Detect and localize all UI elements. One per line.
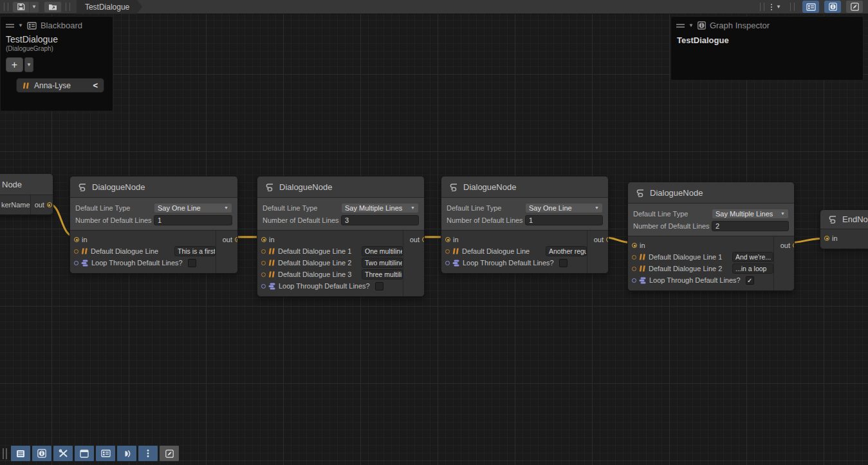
loop-checkbox[interactable] xyxy=(559,259,568,267)
dialogue-line-field[interactable]: Another regu xyxy=(546,246,587,256)
breadcrumb-tab[interactable]: TestDialogue xyxy=(77,0,142,14)
toggle-graph-inspector-button[interactable] xyxy=(824,1,841,13)
num-lines-field[interactable]: 1 xyxy=(154,215,232,225)
kebab-icon xyxy=(147,449,149,458)
chevron-left-icon[interactable]: < xyxy=(93,81,98,90)
node-title-bar[interactable]: DialogueNode xyxy=(441,176,608,198)
save-dropdown-button[interactable]: ▼ xyxy=(30,1,39,13)
drag-handle-icon[interactable] xyxy=(676,24,685,28)
open-asset-button[interactable] xyxy=(44,1,62,13)
dialogue-line-port[interactable] xyxy=(445,249,450,254)
dialogue-line-port[interactable] xyxy=(261,272,266,277)
toggle-blackboard-button[interactable] xyxy=(95,445,116,462)
toggle-inspector-button[interactable] xyxy=(32,445,52,462)
loop-port[interactable] xyxy=(632,278,636,283)
node-title-bar[interactable]: DialogueNode xyxy=(70,176,237,198)
input-port[interactable] xyxy=(445,237,450,242)
port-label: Default Dialogue Line xyxy=(91,247,167,255)
port-label: out xyxy=(223,236,232,243)
node-title-bar[interactable]: EndNode xyxy=(820,210,868,229)
chevron-down-icon: ▼ xyxy=(32,4,37,10)
overflow-menu-button[interactable] xyxy=(768,4,775,10)
flow-node-icon xyxy=(77,182,88,192)
blackboard-panel[interactable]: ▼ Blackboard TestDialogue (DialogueGraph… xyxy=(0,16,113,111)
loop-checkbox[interactable] xyxy=(375,282,383,290)
input-port[interactable] xyxy=(824,236,829,241)
dialogue-line-field[interactable]: Two multiline xyxy=(362,258,403,268)
loop-port[interactable] xyxy=(261,284,266,289)
start-node-partial[interactable]: Node kerName out xyxy=(0,173,53,215)
field-value: Three multilin xyxy=(365,270,403,278)
dialogue-line-field[interactable]: Three multilin xyxy=(362,269,403,280)
dialogue-node-4[interactable]: DialogueNode Default Line Type Say Multi… xyxy=(627,182,795,291)
num-lines-field[interactable]: 2 xyxy=(712,221,789,231)
input-port[interactable] xyxy=(74,237,79,242)
toggle-console-button[interactable] xyxy=(10,445,31,462)
toolbar-drag-handle[interactable] xyxy=(760,3,764,11)
output-port[interactable] xyxy=(606,237,609,242)
dialogue-line-port[interactable] xyxy=(261,249,266,254)
line-type-dropdown[interactable]: Say One Line ▼ xyxy=(525,203,603,213)
dropdown-value: Say Multiple Lines xyxy=(345,204,402,212)
overflow-menu-button[interactable] xyxy=(138,445,158,462)
num-lines-field[interactable]: 3 xyxy=(341,215,419,225)
save-button[interactable] xyxy=(12,1,30,13)
collapse-triangle-icon[interactable]: ▼ xyxy=(688,23,694,28)
dialogue-line-field[interactable]: This is a first xyxy=(174,246,216,256)
line-type-label: Default Line Type xyxy=(75,204,154,212)
input-port[interactable] xyxy=(261,237,266,242)
drag-handle-icon[interactable] xyxy=(6,24,14,28)
dialogue-line-port[interactable] xyxy=(632,255,636,260)
collapse-triangle-icon[interactable]: ▼ xyxy=(18,23,23,28)
dialogue-node-3[interactable]: DialogueNode Default Line Type Say One L… xyxy=(441,176,609,274)
loop-port[interactable] xyxy=(445,261,450,265)
dialogue-line-field[interactable]: And we're... xyxy=(732,252,773,262)
output-port[interactable] xyxy=(235,237,238,242)
toggle-preview-button[interactable] xyxy=(846,1,863,13)
output-port[interactable] xyxy=(422,237,425,242)
node-title-bar[interactable]: DialogueNode xyxy=(257,176,424,198)
toolbar-drag-handle[interactable] xyxy=(66,3,70,11)
dialogue-node-1[interactable]: DialogueNode Default Line Type Say One L… xyxy=(69,176,238,274)
line-type-dropdown[interactable]: Say One Line ▼ xyxy=(154,203,232,213)
line-type-dropdown[interactable]: Say Multiple Lines ▼ xyxy=(712,209,789,219)
dialogue-line-field[interactable]: One multiline xyxy=(362,246,403,256)
line-type-dropdown[interactable]: Say Multiple Lines ▼ xyxy=(341,203,419,213)
dialogue-line-port[interactable] xyxy=(632,267,636,271)
toggle-blackboard-button[interactable] xyxy=(802,1,819,13)
loop-checkbox[interactable] xyxy=(188,259,196,267)
line-type-label: Default Line Type xyxy=(447,204,525,212)
add-property-button[interactable]: + xyxy=(6,57,23,72)
loop-checkbox[interactable]: ✓ xyxy=(746,276,754,285)
input-port[interactable] xyxy=(632,243,637,248)
dialogue-line-port[interactable] xyxy=(261,261,266,265)
dialogue-node-2[interactable]: DialogueNode Default Line Type Say Multi… xyxy=(257,176,425,297)
toggle-quill-button[interactable] xyxy=(159,445,180,462)
num-lines-field[interactable]: 1 xyxy=(525,215,603,225)
toolbar-drag-handle[interactable] xyxy=(4,3,8,11)
toggle-window-button[interactable] xyxy=(74,445,95,462)
node-title-bar[interactable]: Node xyxy=(0,174,53,195)
toggle-tools-button[interactable] xyxy=(53,445,73,462)
quote-icon xyxy=(268,260,275,266)
line-type-label: Default Line Type xyxy=(263,204,341,212)
loop-port[interactable] xyxy=(74,261,78,265)
end-node[interactable]: EndNode in xyxy=(820,209,868,249)
toolbar-drag-handle[interactable] xyxy=(790,3,795,11)
toolbar-drag-handle[interactable] xyxy=(3,448,7,459)
blackboard-header[interactable]: ▼ Blackboard xyxy=(1,17,113,33)
node-title-bar[interactable]: DialogueNode xyxy=(628,182,794,204)
toggle-preview-pane-button[interactable] xyxy=(116,445,137,462)
graph-inspector-header[interactable]: ▼ Graph Inspector xyxy=(671,17,863,33)
port-label: Default Dialogue Line 1 xyxy=(649,253,725,261)
output-port[interactable] xyxy=(793,243,795,248)
add-property-dropdown[interactable]: ▼ xyxy=(24,57,33,72)
dialogue-line-port[interactable] xyxy=(74,249,78,254)
output-port[interactable] xyxy=(47,202,52,207)
chevron-down-icon[interactable]: ▼ xyxy=(776,4,781,10)
dropdown-value: Say One Line xyxy=(158,204,201,212)
port-label: in xyxy=(832,234,838,242)
blackboard-property-anna-lyse[interactable]: Anna-Lyse < xyxy=(16,78,104,93)
dialogue-line-field[interactable]: ...in a loop xyxy=(732,263,773,274)
graph-inspector-panel[interactable]: ▼ Graph Inspector TestDialogue xyxy=(670,16,863,81)
